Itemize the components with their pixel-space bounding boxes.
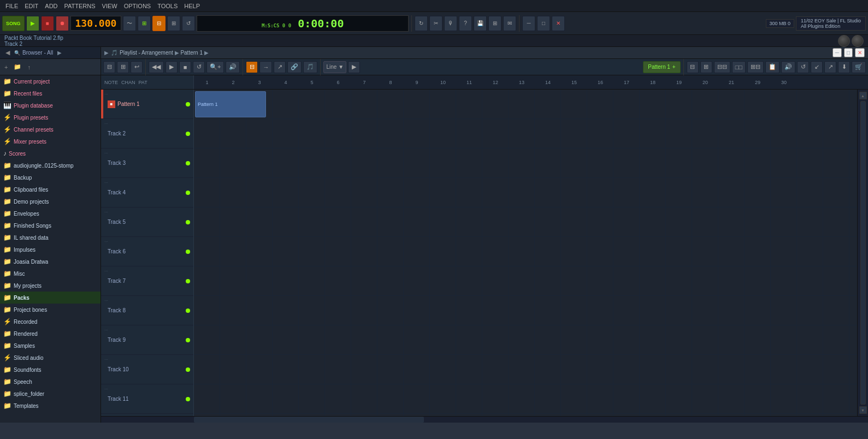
- pl-tool-stop[interactable]: ■: [179, 61, 191, 73]
- song-mode-button[interactable]: SONG: [2, 16, 25, 31]
- browser-item-recorded[interactable]: ⚡ Recorded: [0, 316, 101, 328]
- browser-item-plugin-database[interactable]: 🎹 Plugin database: [0, 99, 101, 111]
- tempo-display[interactable]: 130.000: [70, 16, 122, 31]
- record-button[interactable]: ⏺: [56, 16, 69, 31]
- pl-view-8[interactable]: ↺: [797, 61, 809, 73]
- browser-item-impulses[interactable]: 📁 Impulses: [0, 244, 101, 256]
- grid-row-1[interactable]: Pattern 1: [194, 90, 857, 119]
- browser-item-rendered[interactable]: 📁 Rendered: [0, 328, 101, 340]
- pl-erase-tool[interactable]: ↗: [274, 61, 286, 73]
- menu-patterns[interactable]: PATTERNS: [61, 3, 99, 9]
- stop-button[interactable]: ■: [41, 16, 54, 31]
- browser-item-splice[interactable]: 📁 splice_folder: [0, 388, 101, 400]
- pl-view-11[interactable]: ⬇: [838, 61, 850, 73]
- browser-item-soundfonts[interactable]: 📁 Soundfonts: [0, 364, 101, 376]
- menu-options[interactable]: OPTIONS: [121, 3, 155, 9]
- right-scrollbar[interactable]: ▲ ▼: [857, 90, 868, 416]
- browser-item-packs[interactable]: 📁 Packs: [0, 292, 101, 304]
- browser-item-backup[interactable]: 📁 Backup: [0, 171, 101, 183]
- browser-item-speech[interactable]: 📁 Speech: [0, 376, 101, 388]
- browser-item-finished-songs[interactable]: 📁 Finished Songs: [0, 220, 101, 232]
- browser-item-plugin-presets[interactable]: ⚡ Plugin presets: [0, 111, 101, 123]
- grid-row-4[interactable]: [194, 178, 857, 207]
- scroll-down-button[interactable]: ▼: [859, 406, 867, 414]
- pl-stamp-tool[interactable]: 🎵: [303, 61, 317, 73]
- browser-folder-button[interactable]: 📁: [11, 62, 23, 72]
- pl-view-2[interactable]: ⊞: [700, 61, 712, 73]
- menu-add[interactable]: ADD: [42, 3, 61, 9]
- h-scroll-thumb[interactable]: [194, 417, 424, 423]
- pl-pencil-tool[interactable]: →: [259, 61, 272, 73]
- playlist-window-maximize[interactable]: □: [844, 48, 853, 57]
- track-content-area[interactable]: Pattern 1: [194, 90, 857, 416]
- pl-view-3[interactable]: ⊟⊟: [714, 61, 730, 73]
- browser-up-button[interactable]: ↑: [25, 63, 33, 72]
- pl-tool-play[interactable]: ▶: [166, 61, 178, 73]
- line-mode-dropdown[interactable]: Line ▼: [323, 61, 346, 73]
- beat-button[interactable]: ⊟: [152, 16, 166, 31]
- track-row-1[interactable]: ··· ■ Pattern 1: [101, 90, 193, 119]
- grid-row-3[interactable]: [194, 149, 857, 178]
- minimize-button[interactable]: ─: [522, 16, 535, 31]
- help-button[interactable]: ?: [459, 16, 472, 31]
- browser-item-scores[interactable]: ♪ Scores: [0, 147, 101, 159]
- pattern-block-1[interactable]: Pattern 1: [195, 91, 266, 117]
- browser-item-channel-presets[interactable]: ⚡ Channel presets: [0, 123, 101, 135]
- browser-item-sliced-audio[interactable]: ⚡ Sliced audio: [0, 352, 101, 364]
- pl-tool-2[interactable]: ⊞: [117, 61, 129, 73]
- pl-view-9[interactable]: ↙: [811, 61, 823, 73]
- browser-item-clipboard-files[interactable]: 📁 Clipboard files: [0, 183, 101, 195]
- pl-view-10[interactable]: ↗: [824, 61, 836, 73]
- pl-view-1[interactable]: ⊟: [687, 61, 699, 73]
- pl-draw-tool[interactable]: ⊟: [246, 61, 258, 73]
- grid-button[interactable]: ⊞: [167, 16, 180, 31]
- track-row-8[interactable]: ··· Track 8: [101, 296, 193, 325]
- track-row-10[interactable]: ··· Track 10: [101, 355, 193, 384]
- browser-item-audiojungle[interactable]: 📁 audiojungle..0125-stomp: [0, 159, 101, 171]
- browser-item-recent-files[interactable]: 📁 Recent files: [0, 87, 101, 99]
- browser-item-misc[interactable]: 📁 Misc: [0, 268, 101, 280]
- browser-item-il-shared[interactable]: 📁 IL shared data: [0, 232, 101, 244]
- track-color-btn[interactable]: ■: [108, 100, 115, 108]
- browser-back-button[interactable]: ◀: [3, 48, 12, 57]
- track-row-5[interactable]: ··· Track 5: [101, 207, 193, 237]
- browser-item-envelopes[interactable]: 📁 Envelopes: [0, 207, 101, 220]
- track-row-3[interactable]: ··· Track 3: [101, 149, 193, 178]
- save-button[interactable]: 💾: [474, 16, 487, 31]
- browser-item-project-bones[interactable]: 📁 Project bones: [0, 304, 101, 316]
- browser-item-current-project[interactable]: 📁 Current project: [0, 75, 101, 87]
- cpu-button[interactable]: ↻: [415, 16, 428, 31]
- grid-row-8[interactable]: [194, 296, 857, 325]
- wavy-button[interactable]: 〜: [123, 16, 136, 31]
- pl-tool-1[interactable]: ⊟: [103, 61, 115, 73]
- pl-tool-3[interactable]: ↩: [131, 61, 143, 73]
- maximize-button[interactable]: □: [537, 16, 550, 31]
- export-button[interactable]: ⊞: [488, 16, 501, 31]
- bottom-scrollbar[interactable]: [101, 416, 868, 423]
- pl-tool-zoom-out[interactable]: 🔊: [226, 61, 240, 73]
- mixer-button[interactable]: ✂: [429, 16, 442, 31]
- track-row-9[interactable]: ··· Track 9: [101, 325, 193, 355]
- track-row-2[interactable]: ··· Track 2: [101, 119, 193, 149]
- playlist-window-close[interactable]: ✕: [855, 48, 865, 57]
- pl-view-7[interactable]: 🔊: [781, 61, 795, 73]
- pattern-button[interactable]: ⊞: [138, 16, 151, 31]
- pl-tool-next[interactable]: ↺: [193, 61, 205, 73]
- pl-tool-prev[interactable]: ◀◀: [149, 61, 164, 73]
- track-row-7[interactable]: ··· Track 7: [101, 266, 193, 296]
- menu-file[interactable]: FILE: [2, 3, 21, 9]
- pl-view-12[interactable]: 🛒: [852, 61, 866, 73]
- master-volume-knob[interactable]: [838, 35, 850, 47]
- track-row-4[interactable]: ··· Track 4: [101, 178, 193, 207]
- track-row-6[interactable]: ··· Track 6: [101, 237, 193, 266]
- menu-edit[interactable]: EDIT: [21, 3, 42, 9]
- master-pitch-knob[interactable]: [852, 35, 864, 47]
- pl-select-tool[interactable]: 🔗: [287, 61, 302, 73]
- pl-view-6[interactable]: 📋: [765, 61, 780, 73]
- grid-row-10[interactable]: [194, 355, 857, 384]
- menu-tools[interactable]: TOOLS: [154, 3, 181, 9]
- pl-view-4[interactable]: □□: [732, 61, 746, 73]
- close-button[interactable]: ✕: [552, 16, 565, 31]
- grid-row-9[interactable]: [194, 325, 857, 355]
- browser-item-joasia[interactable]: 📁 Joasia Dratwa: [0, 256, 101, 268]
